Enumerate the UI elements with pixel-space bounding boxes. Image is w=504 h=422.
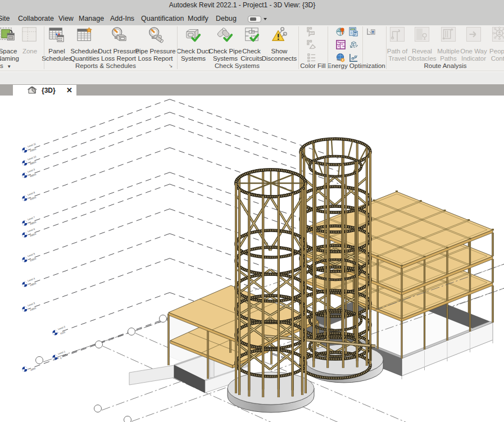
svg-text:22800: 22800 [29, 257, 37, 262]
svg-text:Level 2: Level 2 [57, 325, 66, 331]
svg-text:0: 0 [60, 357, 62, 360]
svg-text:36800: 36800 [29, 173, 37, 178]
svg-text:Level 6: Level 6 [27, 228, 35, 233]
svg-text:38800: 38800 [29, 160, 37, 165]
svg-text:Level 9: Level 9 [27, 168, 35, 174]
svg-text:Level 5: Level 5 [27, 252, 35, 258]
svg-text:40800: 40800 [29, 147, 37, 152]
svg-text:Level 11: Level 11 [27, 142, 37, 148]
svg-text:-2800: -2800 [29, 367, 36, 372]
svg-text:18800: 18800 [29, 282, 37, 287]
svg-text:28800: 28800 [29, 220, 37, 225]
svg-text:4100: 4100 [60, 330, 66, 335]
svg-text:Level 10: Level 10 [27, 155, 37, 161]
svg-text:32800: 32800 [29, 196, 37, 201]
svg-text:Level 7: Level 7 [27, 216, 35, 221]
svg-text:14800: 14800 [29, 306, 37, 311]
svg-text:Level 4: Level 4 [27, 277, 35, 283]
svg-text:Level 3: Level 3 [27, 302, 35, 307]
svg-text:Level 8: Level 8 [27, 191, 35, 197]
svg-text:26800: 26800 [29, 232, 37, 237]
